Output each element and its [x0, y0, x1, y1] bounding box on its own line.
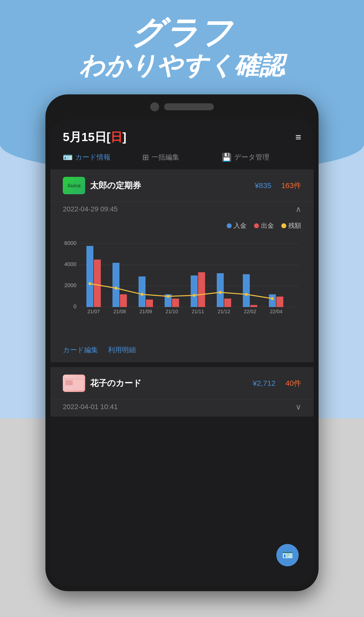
app-header: 5月15日[日] ≡: [50, 119, 314, 150]
bar-expense-7: [250, 305, 257, 307]
hanako-card-image-svg: [64, 377, 84, 390]
svg-text:21/07: 21/07: [87, 309, 100, 314]
nav-card-info[interactable]: 🪪 カード情報: [63, 153, 142, 162]
bar-expense-2: [120, 294, 127, 307]
app-content: 5月15日[日] ≡ 🪪 カード情報 ⊞ 一括編集 💾 データ管理: [50, 119, 314, 586]
svg-text:2000: 2000: [64, 282, 76, 288]
card1-amount: ¥835: [255, 181, 271, 190]
svg-rect-17: [65, 380, 73, 385]
hamburger-menu-icon[interactable]: ≡: [295, 132, 301, 143]
bar-expense-3: [146, 300, 153, 307]
database-icon: 💾: [222, 153, 232, 162]
income-label: 入金: [234, 221, 247, 230]
svg-text:4000: 4000: [64, 261, 76, 267]
card2-date-row[interactable]: 2022-04-01 10:41 ∨: [50, 399, 314, 417]
card1-actions: カード編集 利用明細: [50, 340, 314, 362]
expense-dot: [254, 223, 259, 228]
income-dot: [227, 223, 232, 228]
grid-icon: ⊞: [142, 153, 149, 162]
svg-text:21/08: 21/08: [113, 309, 126, 314]
bar-expense-8: [276, 297, 283, 307]
day-text: 日: [110, 130, 122, 144]
date-text: 5月15日[: [63, 130, 110, 144]
bar-expense-4: [172, 299, 179, 307]
svg-text:0: 0: [73, 303, 76, 309]
svg-text:22/02: 22/02: [244, 309, 256, 314]
bar-income-2: [112, 263, 119, 307]
balance-dot: [281, 223, 286, 228]
balance-dot-2: [114, 287, 117, 290]
chart-area: 6000 4000 2000 0: [50, 232, 314, 340]
balance-dot-7: [245, 293, 248, 296]
fab-card-icon: 🪪: [282, 550, 293, 560]
bar-income-7: [243, 274, 250, 307]
hero-line1: グラフ: [0, 15, 364, 50]
card1-date-row[interactable]: 2022-04-29 09:45 ∧: [50, 202, 314, 219]
date-end: ]: [122, 130, 126, 144]
svg-text:21/11: 21/11: [192, 309, 204, 314]
phone-screen: 5月15日[日] ≡ 🪪 カード情報 ⊞ 一括編集 💾 データ管理: [50, 119, 314, 586]
balance-dot-6: [219, 291, 222, 294]
svg-text:22/04: 22/04: [270, 309, 282, 314]
chart-legend: 入金 出金 残額: [50, 219, 314, 232]
card-edit-button[interactable]: カード編集: [63, 345, 98, 355]
expense-label: 出金: [261, 221, 274, 230]
card1-header: Suica 太郎の定期券 ¥835 163件: [50, 169, 314, 202]
hanako-card-logo: [63, 375, 85, 392]
card2-section: 花子のカード ¥2,712 40件 2022-04-01 10:41 ∨: [50, 367, 314, 417]
bar-income-3: [139, 276, 146, 307]
card-icon: 🪪: [63, 153, 73, 162]
hero-section: グラフ わかりやすく確認: [0, 15, 364, 80]
suica-logo: Suica: [63, 177, 85, 194]
card1-section: Suica 太郎の定期券 ¥835 163件 2022-04-29 09:45 …: [50, 169, 314, 362]
card1-date: 2022-04-29 09:45: [63, 205, 118, 213]
legend-income: 入金: [227, 221, 247, 230]
speaker-icon: [164, 103, 214, 110]
nav-data-management[interactable]: 💾 データ管理: [222, 153, 301, 162]
svg-text:6000: 6000: [64, 240, 76, 246]
card1-name: 太郎の定期券: [90, 180, 250, 191]
bar-expense-5: [198, 272, 205, 307]
hero-line2: わかりやすく確認: [0, 50, 364, 80]
nav-bulk-edit[interactable]: ⊞ 一括編集: [142, 153, 222, 162]
nav-card-label: カード情報: [75, 153, 110, 162]
card2-date: 2022-04-01 10:41: [63, 403, 118, 411]
card2-name: 花子のカード: [90, 378, 248, 389]
balance-dot-4: [167, 295, 170, 298]
nav-bar: 🪪 カード情報 ⊞ 一括編集 💾 データ管理: [50, 150, 314, 167]
balance-dot-1: [88, 282, 91, 285]
nav-bulk-label: 一括編集: [151, 153, 179, 162]
svg-text:21/10: 21/10: [166, 309, 178, 314]
balance-dot-8: [271, 297, 274, 300]
bar-income-5: [191, 275, 198, 307]
svg-text:21/09: 21/09: [140, 309, 152, 314]
balance-label: 残額: [288, 221, 301, 230]
svg-text:21/12: 21/12: [218, 309, 230, 314]
chart-svg: 6000 4000 2000 0: [63, 235, 301, 334]
bar-income-6: [217, 273, 224, 307]
card-detail-button[interactable]: 利用明細: [108, 345, 136, 355]
bar-expense-1: [94, 260, 101, 307]
nav-data-label: データ管理: [234, 153, 269, 162]
app-date: 5月15日[日]: [63, 129, 126, 145]
legend-balance: 残額: [281, 221, 301, 230]
card2-count: 40件: [286, 378, 301, 388]
bar-expense-6: [224, 299, 231, 307]
camera-icon: [150, 102, 159, 111]
balance-dot-3: [141, 293, 144, 296]
bar-income-8: [269, 294, 276, 307]
chevron-down-icon: ∨: [295, 402, 301, 412]
fab-button[interactable]: 🪪: [276, 544, 299, 566]
phone-notch: [150, 102, 214, 111]
phone-frame: 5月15日[日] ≡ 🪪 カード情報 ⊞ 一括編集 💾 データ管理: [45, 94, 319, 591]
bar-income-1: [86, 246, 93, 307]
card1-count: 163件: [281, 181, 301, 191]
legend-expense: 出金: [254, 221, 274, 230]
card2-amount: ¥2,712: [253, 379, 276, 387]
balance-dot-5: [193, 294, 196, 297]
card2-header: 花子のカード ¥2,712 40件: [50, 367, 314, 399]
chevron-up-icon: ∧: [295, 204, 301, 214]
suica-text: Suica: [67, 183, 80, 189]
